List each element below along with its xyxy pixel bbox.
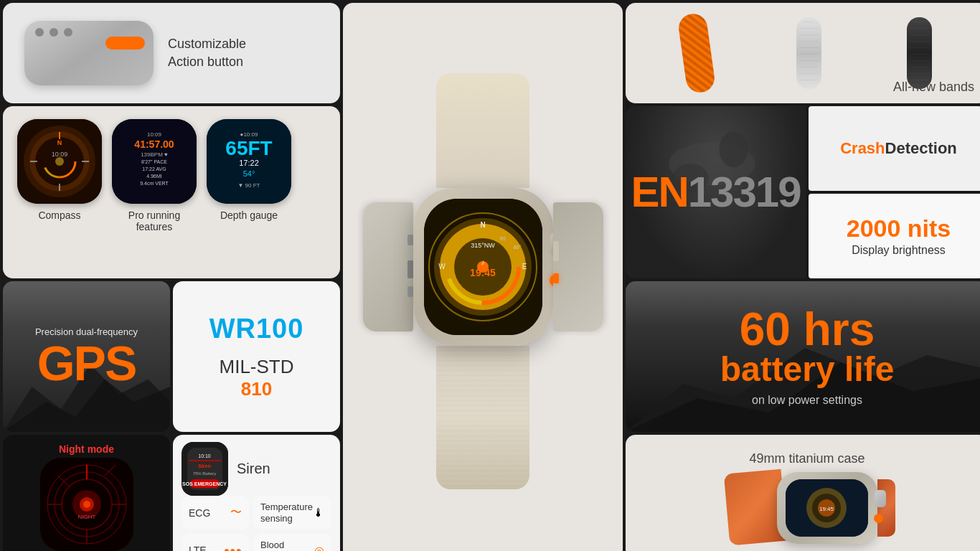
svg-text:54°: 54° bbox=[243, 169, 255, 178]
milstd-container: MIL-STD 810 bbox=[220, 356, 294, 400]
svg-text:E: E bbox=[522, 263, 527, 270]
gps-cell: Precision dual-frequency GPS bbox=[3, 281, 170, 432]
svg-text:65FT: 65FT bbox=[225, 137, 272, 159]
gps-water-area: Precision dual-frequency GPS WR100 MIL-S… bbox=[3, 281, 340, 432]
svg-text:10:09: 10:09 bbox=[147, 131, 162, 138]
compass-label: Compass bbox=[38, 209, 80, 221]
svg-text:SOS EMERGENCY: SOS EMERGENCY bbox=[182, 481, 227, 486]
depth-face-thumb: ●10:09 65FT 17:22 54° ▼ 90 FT bbox=[207, 119, 291, 204]
ecg-label: ECG bbox=[189, 507, 210, 519]
watch-strap-top bbox=[436, 73, 529, 188]
action-button-cell: Customizable Action button bbox=[3, 3, 340, 103]
svg-rect-67 bbox=[189, 460, 221, 461]
watch-faces-cell: N 10:09 Compass 10:09 41:57.00 139BPM ♥ bbox=[3, 106, 340, 278]
depth-face-item: ●10:09 65FT 17:22 54° ▼ 90 FT Depth gaug… bbox=[207, 119, 291, 221]
temp-label: Temperature sensing bbox=[260, 501, 313, 524]
svg-point-62 bbox=[83, 501, 90, 508]
water-cell: WR100 MIL-STD 810 bbox=[173, 281, 340, 432]
temp-icon: 🌡 bbox=[313, 507, 324, 519]
battery-sublabel: on low power settings bbox=[720, 394, 895, 407]
svg-text:10:09: 10:09 bbox=[52, 151, 68, 158]
svg-text:19:45: 19:45 bbox=[819, 506, 834, 512]
gps-main: GPS bbox=[35, 339, 138, 387]
nits-label: Display brightness bbox=[852, 244, 946, 257]
svg-text:139BPM ♥: 139BPM ♥ bbox=[141, 151, 168, 158]
svg-text:4.96MI: 4.96MI bbox=[146, 174, 161, 179]
battery-cell: 60 hrs battery life on low power setting… bbox=[626, 281, 980, 432]
lte-label: LTE bbox=[189, 545, 207, 551]
main-watch-display: N E W 19:45 315°NW ♪ 65 80° bbox=[343, 3, 623, 551]
svg-text:65: 65 bbox=[500, 236, 506, 241]
milstd-num: 810 bbox=[220, 378, 294, 400]
bands-label: All-new bands bbox=[893, 80, 974, 95]
wr-text: WR100 bbox=[209, 314, 304, 344]
svg-text:N: N bbox=[57, 139, 62, 146]
blood-oxygen-icon: ◎ bbox=[314, 544, 324, 551]
svg-text:8'27" PACE: 8'27" PACE bbox=[141, 159, 167, 164]
titanium-label: 49mm titanium case bbox=[749, 451, 864, 466]
en-standard-cell: EN 13319 bbox=[626, 106, 806, 278]
bands-info-cell: All-new bands bbox=[626, 3, 980, 103]
orange-band bbox=[677, 12, 717, 94]
battery-hours: 60 hrs bbox=[720, 306, 895, 352]
blood-oxygen-feature: Blood oxygen ◎ bbox=[253, 534, 331, 551]
svg-text:41:57.00: 41:57.00 bbox=[134, 138, 174, 150]
titanium-cell: 49mm titanium case 19:45 bbox=[626, 435, 980, 551]
running-face-item: 10:09 41:57.00 139BPM ♥ 8'27" PACE 17:22… bbox=[112, 119, 197, 232]
nits-cell: 2000 nits Display brightness bbox=[809, 194, 980, 278]
siren-features-cell: 10:10 Siren 75% Battery SOS EMERGENCY Si… bbox=[173, 435, 340, 551]
milstd-label: MIL-STD bbox=[220, 356, 294, 378]
lte-icon: ●●● bbox=[224, 545, 242, 551]
action-button-label: Customizable Action button bbox=[168, 35, 319, 71]
svg-text:NIGHT: NIGHT bbox=[77, 514, 95, 520]
gps-subtitle: Precision dual-frequency bbox=[35, 326, 138, 337]
svg-text:N: N bbox=[480, 221, 485, 229]
siren-watch-thumb: 10:10 Siren 75% Battery SOS EMERGENCY bbox=[182, 442, 228, 496]
svg-text:315°NW: 315°NW bbox=[471, 242, 495, 249]
blood-oxygen-label: Blood oxygen bbox=[260, 540, 314, 551]
watch-strap-bottom bbox=[436, 346, 529, 489]
svg-point-28 bbox=[55, 157, 64, 166]
svg-text:▼ 90 FT: ▼ 90 FT bbox=[237, 182, 260, 189]
depth-label: Depth gauge bbox=[220, 209, 278, 221]
compass-face-item: N 10:09 Compass bbox=[17, 119, 102, 221]
svg-text:Siren: Siren bbox=[198, 463, 211, 468]
svg-text:W: W bbox=[438, 263, 446, 270]
ecg-feature: ECG 〜 bbox=[182, 496, 249, 529]
watch-screen: N E W 19:45 315°NW ♪ 65 80° bbox=[424, 199, 542, 335]
svg-text:80°: 80° bbox=[513, 245, 521, 250]
crash-detection-cell: CrashDetection bbox=[809, 106, 980, 191]
compass-face-thumb: N 10:09 bbox=[17, 119, 102, 204]
night-mode-label: Night mode bbox=[59, 443, 114, 455]
watch-side-left bbox=[363, 202, 413, 331]
lte-feature: LTE ●●● bbox=[182, 534, 249, 551]
temp-feature: Temperature sensing 🌡 bbox=[253, 496, 331, 529]
silver-band bbox=[796, 17, 821, 89]
crash-detection-text: CrashDetection bbox=[840, 140, 957, 157]
svg-point-44 bbox=[720, 131, 748, 167]
svg-text:75% Battery: 75% Battery bbox=[193, 471, 217, 476]
night-mode-cell: Night mode NI bbox=[3, 435, 170, 551]
siren-label: Siren bbox=[237, 461, 270, 477]
dark-band bbox=[907, 17, 932, 89]
action-watch-illustration bbox=[24, 21, 154, 85]
svg-text:♪: ♪ bbox=[481, 258, 484, 266]
ecg-icon: 〜 bbox=[230, 505, 242, 520]
running-face-thumb: 10:09 41:57.00 139BPM ♥ 8'27" PACE 17:22… bbox=[112, 119, 197, 204]
watch-side-right bbox=[553, 202, 603, 331]
svg-text:9.4cm VERT: 9.4cm VERT bbox=[140, 181, 169, 186]
dive-cert-cell: EN 13319 CrashDetection 2000 nits Displa… bbox=[626, 106, 980, 278]
watch-body: N E W 19:45 315°NW ♪ 65 80° bbox=[413, 188, 553, 346]
en-text: EN 13319 bbox=[631, 171, 800, 214]
svg-text:17:22: 17:22 bbox=[239, 159, 259, 167]
nits-value: 2000 nits bbox=[847, 216, 951, 240]
running-label: Pro running features bbox=[128, 209, 180, 232]
svg-text:17:22 AVG: 17:22 AVG bbox=[142, 166, 166, 171]
titanium-watch-illustration: 19:45 bbox=[720, 472, 895, 544]
bottom-left-area: Night mode NI bbox=[3, 435, 340, 551]
svg-text:10:10: 10:10 bbox=[198, 453, 211, 458]
battery-life: battery life bbox=[720, 352, 895, 387]
orange-action-button bbox=[105, 37, 145, 50]
